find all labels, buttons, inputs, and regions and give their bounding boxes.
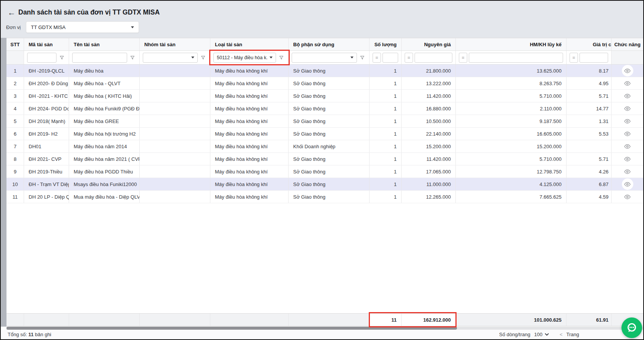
filter-funnel-icon[interactable] bbox=[58, 53, 66, 63]
cell-ng: 17.065.000 bbox=[402, 165, 456, 178]
unit-select[interactable]: TT GDTX MISA bbox=[26, 21, 139, 33]
table-filter-row: 50112 - Máy điều hòa k... = bbox=[6, 51, 643, 65]
column-header-ng[interactable]: Nguyên giá bbox=[402, 38, 456, 50]
table-header-row: STTMã tài sảnTên tài sảnNhóm tài sảnLoại… bbox=[6, 38, 643, 51]
table-row[interactable]: 2ĐH 2020- Đ Dũng ...Máy điều hòa - QLVTM… bbox=[6, 77, 643, 90]
previous-page-button[interactable]: < bbox=[560, 332, 563, 337]
table-row[interactable]: 7DH01Máy điều hòa năm 2014Máy điều hòa k… bbox=[6, 140, 643, 153]
table-row[interactable]: 3ĐH -2021 - KHTCMáy điều hòa ( KHTC Hải)… bbox=[6, 90, 643, 102]
filter-cell-loai: 50112 - Máy điều hòa k... bbox=[210, 51, 289, 64]
cell-bophan: Sở Giao thông bbox=[289, 128, 370, 140]
cell-actions bbox=[612, 191, 643, 203]
cell-bophan: Sở Giao thông bbox=[289, 153, 370, 165]
equals-operator[interactable]: = bbox=[405, 53, 413, 63]
filter-cell-nguyen-gia: = bbox=[402, 51, 456, 64]
table-row[interactable]: 4ĐH 2024- PGD Do...Máy điều hòa Funiki9 … bbox=[6, 102, 643, 115]
column-header-label: Số lượng bbox=[374, 42, 397, 47]
cell-sl: 1 bbox=[370, 165, 402, 178]
cell-gt: 5.71 bbox=[567, 90, 612, 102]
view-detail-eye-button[interactable] bbox=[622, 191, 633, 202]
support-chat-button[interactable] bbox=[621, 317, 642, 338]
view-detail-eye-button[interactable] bbox=[622, 153, 633, 165]
cell-actions bbox=[612, 140, 643, 152]
column-header-ten[interactable]: Tên tài sản bbox=[69, 38, 140, 50]
cell-actions bbox=[612, 115, 643, 127]
column-header-sl[interactable]: Số lượng bbox=[370, 38, 402, 50]
column-header-ma[interactable]: Mã tài sản bbox=[24, 38, 69, 50]
table-row[interactable]: 1ĐH -2019-QLCLMáy điều hòaMáy điều hòa k… bbox=[6, 65, 643, 77]
filter-input-so-luong[interactable] bbox=[383, 53, 398, 63]
filter-select-loai-tai-san[interactable]: 50112 - Máy điều hòa k... bbox=[213, 53, 276, 63]
cell-nhom bbox=[140, 128, 210, 140]
eye-icon bbox=[624, 80, 631, 87]
filter-input-hm-kh[interactable] bbox=[469, 53, 563, 63]
cell-nhom bbox=[140, 178, 210, 190]
back-arrow-icon[interactable]: ← bbox=[8, 8, 16, 18]
view-detail-eye-button[interactable] bbox=[622, 78, 633, 89]
filter-cell-chuc-nang bbox=[612, 51, 643, 64]
cell-sl: 1 bbox=[370, 153, 402, 165]
cell-ten: Máy điều hòa năm 2014 bbox=[69, 140, 140, 152]
filter-funnel-icon[interactable] bbox=[278, 53, 285, 63]
table-row[interactable]: 11DH 20 LP - Diệp Q...Mua máy điều hòa -… bbox=[6, 191, 643, 203]
filter-cell-stt bbox=[6, 51, 24, 64]
column-header-loai[interactable]: Loại tài sản bbox=[210, 38, 289, 50]
column-header-bophan[interactable]: Bộ phận sử dụng bbox=[289, 38, 370, 50]
column-header-hm[interactable]: HM/KH lũy kế bbox=[456, 38, 567, 50]
view-detail-eye-button[interactable] bbox=[622, 128, 633, 139]
table-row[interactable]: 6ĐH 2019- H2Máy điều hòa hội trường H2Má… bbox=[6, 128, 643, 140]
horizontal-scrollbar-thumb[interactable] bbox=[6, 327, 457, 330]
column-header-label: Tên tài sản bbox=[74, 42, 100, 47]
cell-ten: Máy điều hòa - QLVT bbox=[69, 77, 140, 89]
table-row[interactable]: 10ĐH - Trạm VT Diệp...Msays điều hòa Fun… bbox=[6, 178, 643, 191]
cell-loai: Máy điều hòa không khí bbox=[210, 191, 289, 203]
cell-gt: 5.53 bbox=[567, 128, 612, 140]
equals-operator[interactable]: = bbox=[570, 53, 578, 63]
view-detail-eye-button[interactable] bbox=[622, 166, 633, 177]
equals-operator[interactable]: = bbox=[459, 53, 467, 63]
cell-ng: 21.800.000 bbox=[402, 65, 456, 77]
table-row[interactable]: 5DH 2018( Mạnh)Máy điều hòa GREEMáy điều… bbox=[6, 115, 643, 128]
filter-select-nhom-tai-san[interactable] bbox=[143, 53, 198, 63]
view-detail-eye-button[interactable] bbox=[622, 141, 633, 152]
filter-cell-so-luong: = bbox=[370, 51, 402, 64]
filter-funnel-icon[interactable] bbox=[199, 53, 207, 63]
filter-funnel-icon[interactable] bbox=[358, 53, 366, 63]
filter-input-ten-tai-san[interactable] bbox=[72, 53, 127, 63]
table-row[interactable]: 9ĐH 2019-ThiềuMáy điều hòa PGDD ThiềuMáy… bbox=[6, 165, 643, 178]
view-detail-eye-button[interactable] bbox=[622, 115, 633, 127]
filter-funnel-icon[interactable] bbox=[129, 53, 136, 63]
eye-icon bbox=[624, 67, 631, 74]
column-header-label: HM/KH lũy kế bbox=[530, 42, 562, 47]
column-header-cn[interactable]: Chức năng bbox=[612, 38, 643, 50]
cell-stt: 4 bbox=[6, 102, 24, 115]
cell-nhom bbox=[140, 140, 210, 152]
cell-sl: 1 bbox=[370, 191, 402, 203]
view-detail-eye-button[interactable] bbox=[622, 103, 633, 114]
cell-ten: Máy điều hòa bbox=[69, 65, 140, 77]
cell-nhom bbox=[140, 191, 210, 203]
view-detail-eye-button[interactable] bbox=[622, 90, 633, 102]
eye-icon bbox=[624, 118, 631, 125]
filter-input-ma-tai-san[interactable] bbox=[27, 53, 56, 63]
table-row[interactable]: 8ĐH 2021- CVPMáy điều hòa năm 2021 ( CVP… bbox=[6, 153, 643, 165]
filter-select-bo-phan[interactable] bbox=[292, 53, 357, 63]
cell-ng: 15.200.000 bbox=[402, 140, 456, 152]
cell-bophan: Sở Giao thông bbox=[289, 102, 370, 115]
view-detail-eye-button[interactable] bbox=[622, 65, 633, 76]
column-header-stt[interactable]: STT bbox=[6, 38, 24, 50]
rows-per-page-select[interactable]: 100 bbox=[534, 332, 549, 337]
rows-per-page-value: 100 bbox=[534, 332, 542, 337]
eye-icon bbox=[624, 181, 631, 188]
filter-input-gia-tri[interactable] bbox=[579, 53, 608, 63]
equals-operator[interactable]: = bbox=[373, 53, 381, 63]
chevron-down-icon bbox=[131, 26, 134, 28]
filter-input-nguyen-gia[interactable] bbox=[415, 53, 452, 63]
rows-per-page-label: Số dòng/trang bbox=[499, 332, 531, 337]
column-header-nhom[interactable]: Nhóm tài sản bbox=[140, 38, 210, 50]
cell-hm: 16.605.000 bbox=[456, 128, 567, 140]
asset-table: STTMã tài sảnTên tài sảnNhóm tài sảnLoại… bbox=[6, 38, 643, 203]
cell-ma: ĐH 2020- Đ Dũng ... bbox=[24, 77, 69, 89]
view-detail-eye-button[interactable] bbox=[622, 178, 633, 190]
column-header-gt[interactable]: Giá trị còn lại bbox=[567, 38, 612, 50]
